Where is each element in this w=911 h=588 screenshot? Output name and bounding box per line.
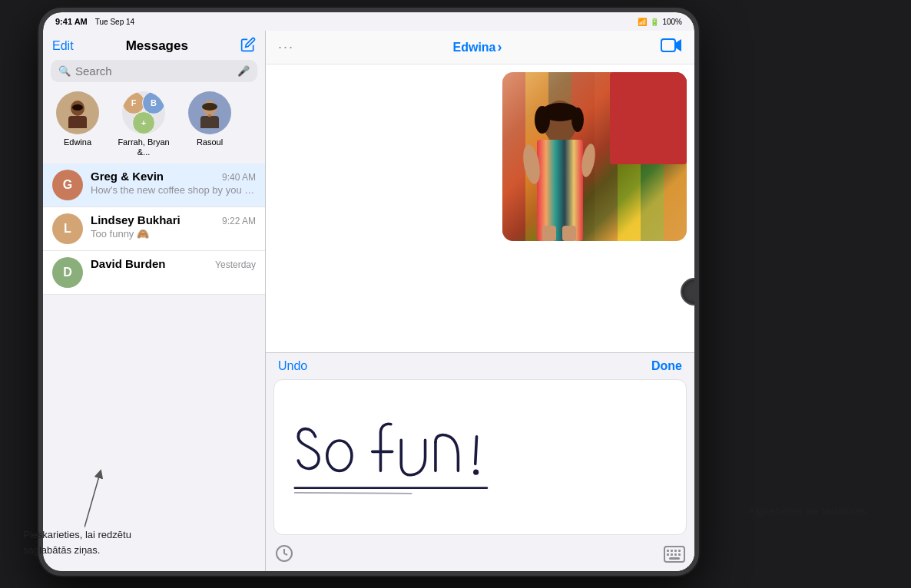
status-bar: 9:41 AM Tue Sep 14 📶 🔋 100% — [43, 12, 694, 31]
group-member-3: + — [132, 111, 155, 134]
handwriting-svg — [274, 380, 686, 534]
msg-avatar-david: D — [52, 257, 83, 288]
msg-avatar-greg: G — [52, 170, 83, 200]
chevron-right-icon: › — [498, 39, 502, 55]
pinned-name-edwina: Edwina — [64, 137, 91, 147]
battery-percentage: 100% — [662, 18, 682, 26]
msg-name-lindsey: Lindsey Bukhari — [91, 213, 181, 226]
wifi-icon: 📶 — [638, 18, 647, 26]
message-item-david[interactable]: D David Burden Yesterday — [43, 251, 265, 295]
handwriting-toolbar: Undo Done — [266, 353, 694, 379]
msg-avatar-lindsey: L — [52, 213, 83, 244]
svg-rect-6 — [208, 114, 211, 117]
msg-content-david: David Burden Yesterday — [91, 257, 256, 272]
svg-rect-28 — [667, 553, 669, 556]
pinned-contact-group[interactable]: F B + Farrah, Bryan &... — [117, 91, 171, 157]
search-bar[interactable]: 🔍 🎤 — [51, 60, 257, 82]
msg-time-greg: 9:40 AM — [222, 172, 256, 183]
video-call-icon[interactable] — [661, 37, 682, 58]
undo-button[interactable]: Undo — [278, 359, 307, 373]
handwriting-container: Undo Done — [266, 352, 694, 571]
svg-rect-26 — [674, 550, 677, 552]
msg-preview-greg: How's the new coffee shop by you guys? — [91, 184, 256, 196]
microphone-icon[interactable]: 🎤 — [237, 65, 250, 77]
annotation-line-left — [84, 466, 161, 527]
pinned-avatar-edwina — [56, 91, 99, 134]
annotation-bottom-right: Atgriezieties pie tastatūras. — [742, 504, 865, 550]
pinned-name-group: Farrah, Bryan &... — [117, 137, 171, 157]
saved-messages-button[interactable] — [275, 544, 293, 567]
edit-button[interactable]: Edit — [52, 39, 74, 53]
annotation-text-right: Atgriezieties pie tastatūras. — [748, 504, 868, 519]
svg-rect-7 — [661, 39, 675, 51]
svg-point-11 — [571, 107, 584, 132]
svg-rect-16 — [562, 226, 576, 241]
group-avatars: F B + — [122, 91, 165, 134]
pinned-contact-edwina[interactable]: Edwina — [51, 91, 104, 157]
side-button[interactable] — [38, 166, 40, 204]
svg-point-2 — [72, 104, 83, 111]
svg-line-33 — [84, 474, 100, 527]
message-item-greg-kevin[interactable]: G Greg & Kevin 9:40 AM How's the new cof… — [43, 164, 265, 207]
svg-rect-32 — [669, 557, 680, 560]
pinned-name-rasoul: Rasoul — [197, 137, 223, 147]
msg-time-lindsey: 9:22 AM — [222, 216, 256, 226]
svg-point-5 — [202, 103, 217, 111]
svg-rect-24 — [667, 550, 669, 552]
msg-content-greg: Greg & Kevin 9:40 AM How's the new coffe… — [91, 170, 256, 196]
pinned-contact-rasoul[interactable]: Rasoul — [183, 91, 237, 157]
msg-name-david: David Burden — [91, 257, 166, 270]
svg-rect-4 — [200, 116, 219, 128]
svg-rect-25 — [671, 550, 673, 552]
sidebar-header: Edit Messages — [43, 31, 265, 60]
photo-message — [273, 72, 687, 241]
svg-rect-30 — [674, 553, 677, 556]
hw-bottom-bar — [266, 541, 694, 571]
status-icons: 📶 🔋 100% — [638, 18, 682, 26]
chat-contact-name[interactable]: Edwina › — [453, 39, 502, 55]
msg-time-david: Yesterday — [215, 259, 256, 270]
svg-rect-15 — [542, 226, 556, 241]
search-icon: 🔍 — [58, 65, 71, 77]
chat-header: ··· Edwina › — [266, 31, 694, 64]
svg-rect-29 — [671, 553, 673, 556]
photo-door — [610, 72, 687, 164]
sidebar-title: Messages — [126, 38, 188, 54]
photo-bubble — [502, 72, 687, 241]
status-date: Tue Sep 14 — [95, 18, 134, 26]
pinned-avatar-group: F B + — [122, 91, 165, 134]
svg-point-20 — [327, 441, 352, 471]
message-item-lindsey[interactable]: L Lindsey Bukhari 9:22 AM Too funny 🙈 — [43, 207, 265, 251]
msg-content-lindsey: Lindsey Bukhari 9:22 AM Too funny 🙈 — [91, 213, 256, 239]
photo-person — [518, 95, 602, 241]
svg-rect-1 — [68, 116, 87, 128]
handwriting-canvas[interactable] — [273, 379, 687, 535]
status-time: 9:41 AM — [55, 17, 88, 26]
battery-icon: 🔋 — [650, 18, 659, 26]
svg-rect-27 — [678, 550, 681, 552]
annotation-text-left: Pieskarieties, lai redzētu saglabātās zi… — [23, 529, 131, 556]
compose-button[interactable] — [240, 37, 256, 55]
pinned-avatar-rasoul — [188, 91, 231, 134]
svg-point-21 — [473, 470, 479, 475]
chat-panel: ··· Edwina › — [266, 31, 694, 571]
msg-preview-lindsey: Too funny 🙈 — [91, 228, 256, 239]
more-options-icon[interactable]: ··· — [278, 39, 294, 55]
msg-name-greg: Greg & Kevin — [91, 170, 164, 183]
svg-rect-12 — [537, 140, 583, 241]
search-input[interactable] — [75, 64, 233, 78]
pinned-contacts-row: Edwina F B + Farrah, Bryan &... — [43, 88, 265, 164]
annotation-bottom-left: Pieskarieties, lai redzētu saglabātās zi… — [23, 527, 161, 557]
svg-point-10 — [535, 106, 550, 134]
done-button[interactable]: Done — [651, 359, 682, 373]
svg-rect-31 — [678, 553, 681, 556]
keyboard-button[interactable] — [664, 546, 685, 566]
